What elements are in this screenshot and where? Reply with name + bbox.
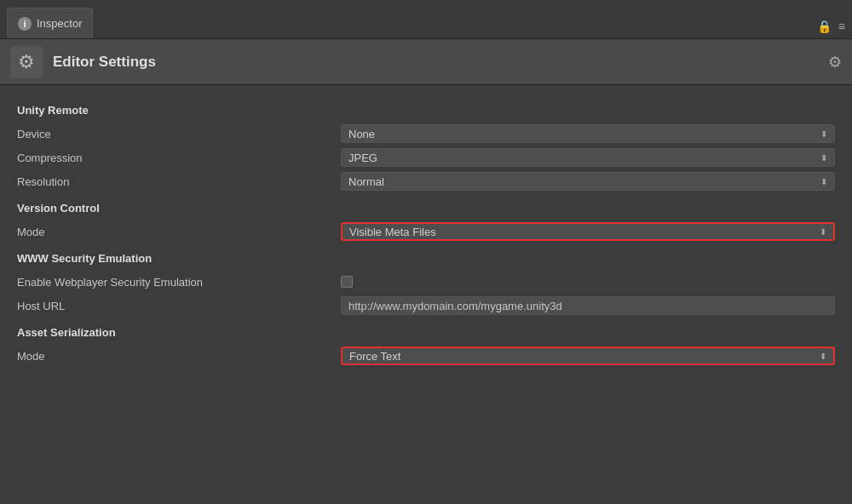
compression-row: Compression JPEG ⬍ [17, 147, 835, 168]
host-url-input[interactable]: http://www.mydomain.com/mygame.unity3d [341, 296, 835, 315]
asset-mode-arrow: ⬍ [820, 352, 826, 361]
compression-arrow: ⬍ [820, 153, 827, 163]
resolution-label: Resolution [17, 175, 341, 188]
host-url-label: Host URL [17, 300, 341, 312]
device-row: Device None ⬍ [17, 123, 835, 144]
compression-control: JPEG ⬍ [341, 148, 835, 167]
menu-icon[interactable]: ≡ [838, 20, 845, 33]
asset-mode-label: Mode [17, 350, 341, 363]
asset-serialization-title: Asset Serialization [17, 326, 835, 339]
version-mode-control: Visible Meta Files ⬍ [341, 222, 835, 241]
compression-label: Compression [17, 152, 341, 164]
inspector-tab[interactable]: i Inspector [7, 8, 93, 38]
resolution-control: Normal ⬍ [341, 172, 835, 191]
asset-mode-value: Force Text [349, 350, 400, 363]
compression-value: JPEG [348, 152, 377, 164]
device-arrow: ⬍ [820, 129, 827, 139]
content-area: Unity Remote Device None ⬍ Compression J… [0, 85, 852, 504]
webplayer-label: Enable Webplayer Security Emulation [17, 276, 341, 289]
compression-dropdown[interactable]: JPEG ⬍ [341, 148, 835, 167]
tab-label: Inspector [37, 17, 82, 30]
resolution-row: Resolution Normal ⬍ [17, 171, 835, 192]
version-control-title: Version Control [17, 202, 835, 215]
version-mode-label: Mode [17, 226, 341, 238]
device-label: Device [17, 128, 341, 140]
asset-mode-dropdown[interactable]: Force Text ⬍ [341, 346, 835, 365]
host-url-control: http://www.mydomain.com/mygame.unity3d [341, 296, 835, 315]
device-value: None [348, 128, 375, 140]
header-title: Editor Settings [53, 54, 156, 71]
version-mode-value: Visible Meta Files [349, 226, 436, 238]
resolution-dropdown[interactable]: Normal ⬍ [341, 172, 835, 191]
version-mode-dropdown[interactable]: Visible Meta Files ⬍ [341, 222, 835, 241]
resolution-value: Normal [348, 175, 384, 188]
webplayer-row: Enable Webplayer Security Emulation [17, 272, 835, 292]
unity-remote-title: Unity Remote [17, 104, 835, 117]
host-url-value: http://www.mydomain.com/mygame.unity3d [348, 300, 562, 312]
asset-mode-row: Mode Force Text ⬍ [17, 346, 835, 366]
info-icon: i [18, 17, 32, 31]
version-mode-arrow: ⬍ [820, 227, 826, 237]
editor-settings-gear-icon: ⚙ [10, 46, 43, 78]
host-url-row: Host URL http://www.mydomain.com/mygame.… [17, 295, 835, 316]
webplayer-control [341, 276, 835, 288]
asset-mode-control: Force Text ⬍ [341, 346, 835, 365]
www-security-title: WWW Security Emulation [17, 252, 835, 265]
resolution-arrow: ⬍ [820, 177, 827, 186]
tab-bar: i Inspector 🔒 ≡ [0, 0, 852, 39]
version-mode-row: Mode Visible Meta Files ⬍ [17, 221, 835, 242]
settings-gear-icon[interactable]: ⚙ [828, 53, 842, 72]
editor-settings-header: ⚙ Editor Settings ⚙ [0, 39, 852, 85]
webplayer-checkbox[interactable] [341, 276, 353, 288]
tab-actions: 🔒 ≡ [817, 20, 845, 38]
device-control: None ⬍ [341, 124, 835, 143]
lock-icon[interactable]: 🔒 [817, 20, 832, 33]
device-dropdown[interactable]: None ⬍ [341, 124, 835, 143]
